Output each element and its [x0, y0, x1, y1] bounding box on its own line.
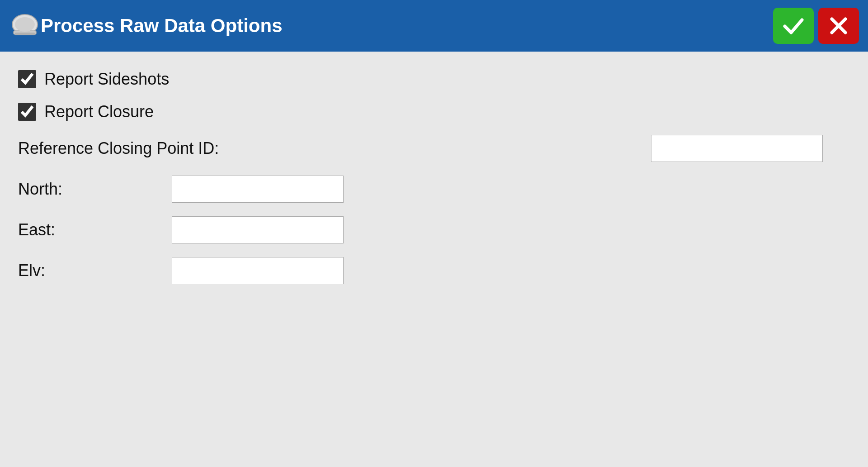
- east-label: East:: [18, 220, 172, 239]
- north-row: North:: [18, 176, 850, 203]
- east-row: East:: [18, 216, 850, 243]
- helmet-icon: [9, 10, 41, 42]
- title-bar: Process Raw Data Options: [0, 0, 868, 52]
- svg-rect-3: [15, 33, 35, 35]
- elv-row: Elv:: [18, 257, 850, 284]
- report-closure-checkbox[interactable]: [18, 103, 36, 121]
- report-closure-label[interactable]: Report Closure: [44, 102, 154, 121]
- x-icon: [826, 14, 851, 38]
- ok-button[interactable]: [773, 8, 814, 44]
- reference-closing-point-row: Reference Closing Point ID:: [18, 135, 850, 162]
- elv-input[interactable]: [172, 257, 344, 284]
- report-closure-row: Report Closure: [18, 102, 850, 121]
- main-content: Report Sideshots Report Closure Referenc…: [0, 52, 868, 316]
- north-label: North:: [18, 180, 172, 199]
- svg-point-2: [15, 17, 35, 32]
- elv-label: Elv:: [18, 261, 172, 280]
- east-input[interactable]: [172, 216, 344, 243]
- checkmark-icon: [781, 14, 806, 38]
- reference-closing-point-label: Reference Closing Point ID:: [18, 139, 219, 158]
- page-title: Process Raw Data Options: [41, 15, 773, 37]
- report-sideshots-row: Report Sideshots: [18, 70, 850, 89]
- title-bar-buttons: [773, 8, 859, 44]
- cancel-button[interactable]: [818, 8, 859, 44]
- report-sideshots-label[interactable]: Report Sideshots: [44, 70, 169, 89]
- north-input[interactable]: [172, 176, 344, 203]
- report-sideshots-checkbox[interactable]: [18, 70, 36, 88]
- reference-closing-point-input[interactable]: [651, 135, 823, 162]
